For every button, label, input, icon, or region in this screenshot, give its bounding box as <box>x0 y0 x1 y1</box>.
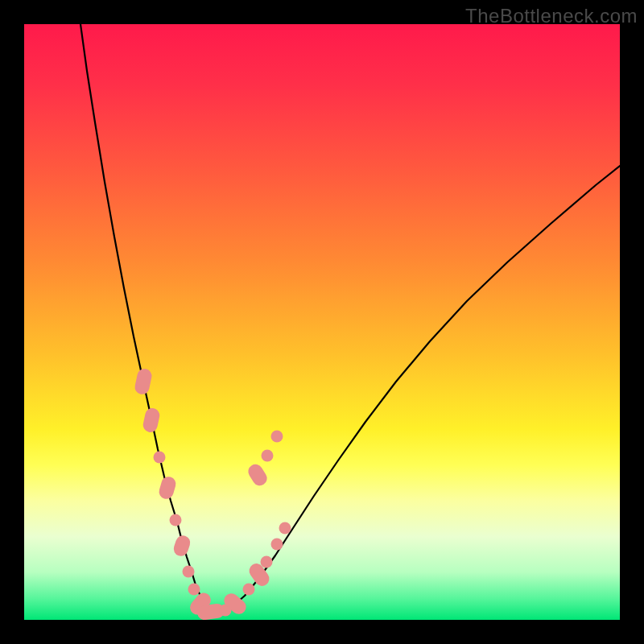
data-point-dot <box>170 514 182 526</box>
plot-area <box>24 24 620 620</box>
chart-frame: TheBottleneck.com <box>0 0 644 644</box>
watermark-text: TheBottleneck.com <box>465 5 638 27</box>
chart-svg <box>24 24 620 620</box>
data-point-dot <box>154 452 166 464</box>
data-point-dot <box>243 584 255 596</box>
data-point-dot <box>279 522 291 535</box>
data-point-dot <box>188 584 200 596</box>
data-point-dot <box>271 539 283 551</box>
data-point-dot <box>271 431 283 443</box>
data-point-dot <box>261 556 273 568</box>
data-point-dot <box>262 450 274 462</box>
gradient-background <box>24 24 620 620</box>
data-point-dot <box>183 566 195 578</box>
